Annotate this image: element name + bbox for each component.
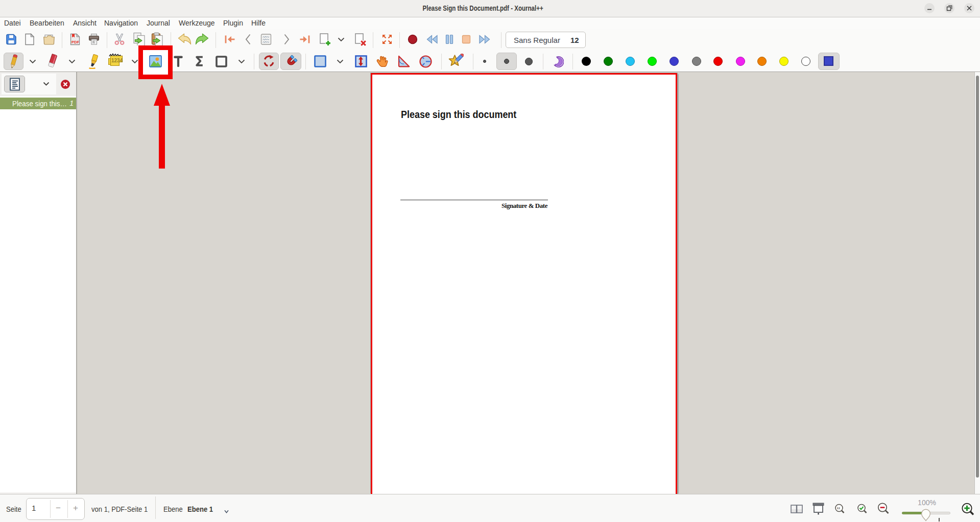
svg-text:1234: 1234 (111, 58, 123, 63)
svg-text:PDF: PDF (71, 40, 79, 44)
svg-text:I:I: I:I (837, 507, 840, 510)
